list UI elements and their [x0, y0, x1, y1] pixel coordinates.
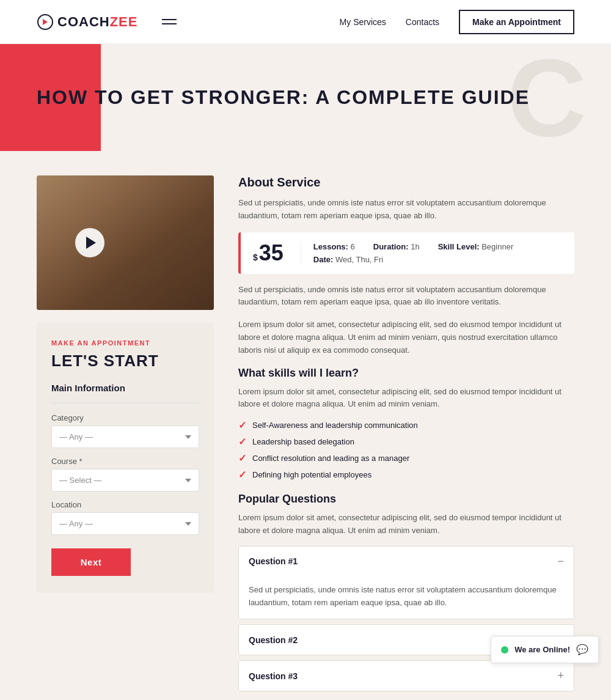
logo: COACHZEE [37, 13, 137, 31]
faq-question-1: Question #1 [249, 556, 298, 566]
course-form-group: Course * — Select — [51, 457, 199, 492]
check-icon-2: ✓ [238, 436, 246, 448]
video-thumbnail[interactable] [37, 175, 214, 310]
price-number: 35 [259, 242, 284, 264]
faq-item-3: Question #3 + [238, 660, 574, 691]
chat-icon: 💬 [576, 644, 588, 655]
logo-text: COACHZEE [57, 14, 137, 30]
faq-collapse-icon-1: − [557, 555, 564, 568]
location-select[interactable]: — Any — [51, 512, 199, 535]
skill-text-2: Leadership based delegation [252, 437, 354, 446]
questions-intro: Lorem ipsum dolor sit amet, consectetur … [238, 512, 574, 537]
right-column: About Service Sed ut perspiciatis, unde … [238, 175, 574, 700]
about-service-text-1: Sed ut perspiciatis, unde omnis iste nat… [238, 197, 574, 223]
about-service-text-3: Lorem ipsum dolor sit amet, consectetur … [238, 319, 574, 356]
navbar: COACHZEE My Services Contacts Make an Ap… [0, 0, 611, 44]
left-column: MAKE AN APPOINTMENT LET'S START Main Inf… [37, 175, 214, 700]
faq-expand-icon-3: + [557, 669, 564, 682]
price-dollar: $ [253, 252, 258, 262]
skills-title: What skills will I learn? [238, 367, 574, 380]
hero-section: HOW TO GET STRONGER: A COMPLETE GUIDE C [0, 44, 611, 151]
skill-item-4: ✓ Defining high potential employees [238, 469, 574, 481]
skills-intro: Lorem ipsum dolor sit amet, consectetur … [238, 386, 574, 411]
appointment-title: LET'S START [51, 352, 199, 370]
faq-question-2: Question #2 [249, 635, 298, 645]
divider [51, 403, 199, 403]
nav-links: My Services Contacts Make an Appointment [340, 10, 574, 34]
info-bar: $ 35 Lessons: 6 Duration: 1h Skill Level… [238, 232, 574, 274]
category-form-group: Category — Any — [51, 413, 199, 448]
faq-header-3[interactable]: Question #3 + [239, 661, 574, 691]
check-icon-1: ✓ [238, 419, 246, 431]
online-indicator [501, 646, 508, 654]
chat-label: We are Online! [514, 645, 570, 654]
price-block: $ 35 [253, 242, 301, 264]
appointment-label: MAKE AN APPOINTMENT [51, 339, 199, 347]
skill-item-3: ✓ Conflict resolution and leading as a m… [238, 452, 574, 464]
category-label: Category [51, 413, 199, 422]
faq-header-1[interactable]: Question #1 − [239, 547, 574, 577]
page-title: HOW TO GET STRONGER: A COMPLETE GUIDE [0, 62, 566, 133]
play-button[interactable] [75, 228, 104, 257]
check-icon-4: ✓ [238, 469, 246, 481]
skill-text-1: Self-Awareness and leadership communicat… [252, 421, 418, 430]
lessons-info: Lessons: 6 [313, 242, 355, 251]
hamburger-menu[interactable] [162, 19, 177, 24]
logo-icon [37, 13, 54, 31]
video-overlay [37, 175, 214, 310]
location-label: Location [51, 500, 199, 509]
faq-answer-1: Sed ut perspiciatis, unde omnis iste nat… [239, 577, 574, 619]
skill-item-2: ✓ Leadership based delegation [238, 436, 574, 448]
course-select[interactable]: — Select — [51, 469, 199, 492]
nav-cta-button[interactable]: Make an Appointment [459, 10, 574, 34]
questions-title: Popular Questions [238, 493, 574, 506]
skill-item-1: ✓ Self-Awareness and leadership communic… [238, 419, 574, 431]
course-label: Course * [51, 457, 199, 466]
main-content: MAKE AN APPOINTMENT LET'S START Main Inf… [0, 151, 611, 700]
skills-list: ✓ Self-Awareness and leadership communic… [238, 419, 574, 481]
nav-my-services[interactable]: My Services [340, 17, 386, 27]
info-details: Lessons: 6 Duration: 1h Skill Level: Beg… [301, 242, 562, 264]
about-service-title: About Service [238, 175, 574, 190]
skill-text-4: Defining high potential employees [252, 470, 371, 479]
main-information-title: Main Information [51, 383, 199, 393]
location-form-group: Location — Any — [51, 500, 199, 535]
faq-item-1: Question #1 − Sed ut perspiciatis, unde … [238, 546, 574, 620]
skill-text-3: Conflict resolution and leading as a man… [252, 454, 409, 463]
next-button[interactable]: Next [51, 548, 131, 576]
check-icon-3: ✓ [238, 452, 246, 464]
chat-widget[interactable]: We are Online! 💬 [491, 636, 599, 663]
skill-info: Skill Level: Beginner [438, 242, 514, 251]
appointment-card: MAKE AN APPOINTMENT LET'S START Main Inf… [37, 322, 214, 593]
faq-question-3: Question #3 [249, 671, 298, 681]
duration-info: Duration: 1h [373, 242, 420, 251]
about-service-text-2: Sed ut perspiciatis, unde omnis iste nat… [238, 284, 574, 309]
date-info: Date: Wed, Thu, Fri [313, 255, 383, 264]
category-select[interactable]: — Any — [51, 426, 199, 448]
nav-contacts[interactable]: Contacts [406, 17, 439, 27]
